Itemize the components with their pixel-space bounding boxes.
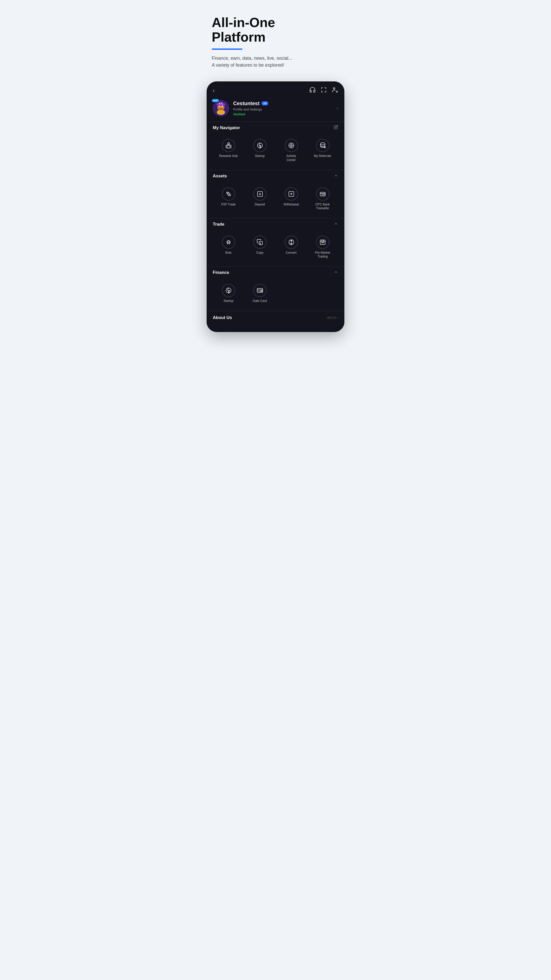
page-container: All-in-OnePlatform Finance, earn, data, … [206,10,345,337]
hero-title: All-in-OnePlatform [212,15,339,45]
svg-rect-37 [257,288,263,292]
premarket-label: Pre-MarketTrading [315,251,330,259]
about-section[interactable]: About Us v6.0.0 › [206,311,345,325]
svg-point-21 [321,143,325,145]
top-icons [309,86,338,94]
hero-underline [212,48,242,50]
profile-section[interactable]: NFT [206,97,345,121]
assets-grid: P2P Trade Deposit [206,182,345,218]
startup-icon [253,139,267,152]
svg-point-6 [219,107,220,107]
navigator-grid: Rewards Hub Startup [206,134,345,170]
nav-item-finance-startup[interactable]: Startup [213,281,244,306]
svg-rect-16 [227,145,230,148]
copy-icon [253,235,267,249]
p2p-trade-label: P2P Trade [221,203,235,207]
hero-subtitle: Finance, earn, data, news, live, social.… [212,55,339,68]
nav-item-withdrawal[interactable]: Withdrawal [275,185,307,213]
nav-item-p2p-trade[interactable]: P2P Trade [213,185,244,213]
svg-text:OTC: OTC [321,194,325,196]
user-transfer-icon[interactable] [332,86,338,94]
assets-title: Assets [213,173,227,179]
nav-item-premarket[interactable]: Pre-MarketTrading [307,233,338,261]
navigator-edit-icon[interactable] [333,125,338,130]
bots-icon [222,235,235,249]
headset-icon[interactable] [309,86,316,94]
svg-point-25 [229,194,230,196]
rewards-hub-label: Rewards Hub [219,154,238,158]
avatar-container: NFT [213,100,229,116]
scan-icon[interactable] [321,86,327,94]
svg-point-0 [333,88,335,89]
profile-level: v5 [262,101,268,105]
nav-item-copy[interactable]: Copy [244,233,275,261]
rewards-hub-icon [222,139,235,152]
profile-username: Cestuntest [233,100,259,107]
finance-startup-label: Startup [224,299,233,303]
finance-header: Finance [206,266,345,279]
deposit-label: Deposit [254,203,265,207]
hero-section: All-in-OnePlatform Finance, earn, data, … [206,10,345,76]
finance-title: Finance [213,270,229,275]
profile-settings-label: Profile and Settings [233,107,333,111]
nft-badge: NFT [212,99,219,102]
trade-title: Trade [213,222,224,227]
svg-rect-35 [320,240,325,244]
withdrawal-icon [285,187,298,200]
nav-item-bots[interactable]: Bots [213,233,244,261]
copy-label: Copy [256,251,263,255]
about-arrow-icon: › [337,316,338,320]
convert-label: Convert [286,251,297,255]
back-button[interactable]: ‹ [213,87,214,94]
svg-point-12 [222,104,223,105]
svg-rect-38 [260,291,262,291]
version-text: v6.0.0 [327,316,336,320]
my-referrals-label: My Referrals [314,154,331,158]
nav-item-gate-card[interactable]: Gate Card [244,281,275,306]
about-right: v6.0.0 › [327,316,338,320]
nav-item-otc-bank[interactable]: OTC OTC BankTransefer [307,185,338,213]
svg-rect-30 [227,241,230,243]
profile-arrow-icon[interactable]: › [337,106,338,111]
svg-rect-15 [226,145,231,148]
assets-toggle-icon[interactable] [333,173,338,179]
deposit-icon [253,187,267,200]
p2p-trade-icon [222,187,235,200]
otc-bank-label: OTC BankTransefer [315,203,330,210]
convert-icon [285,235,298,249]
navigator-header: My Navigator [206,121,345,134]
nav-item-my-referrals[interactable]: My Referrals [307,136,338,165]
bots-label: Bots [225,251,231,255]
nav-item-deposit[interactable]: Deposit [244,185,275,213]
withdrawal-label: Withdrawal [284,203,299,207]
my-referrals-icon [316,139,329,152]
trade-toggle-icon[interactable] [333,221,338,228]
profile-info: Cestuntest v5 Profile and Settings Verif… [233,100,333,116]
nav-item-activity-center[interactable]: ActivityCenter [275,136,307,165]
premarket-icon [316,235,329,249]
svg-point-20 [291,145,292,146]
profile-verified: Verified [233,112,333,116]
activity-center-label: ActivityCenter [286,154,296,162]
startup-label: Startup [255,154,265,158]
trade-grid: Bots Copy [206,231,345,266]
top-bar: ‹ [206,81,345,97]
gate-card-label: Gate Card [253,299,267,303]
svg-point-7 [222,107,223,107]
svg-point-24 [227,192,228,194]
profile-name-row: Cestuntest v5 [233,100,333,107]
nav-item-rewards-hub[interactable]: Rewards Hub [213,136,244,165]
navigator-title: My Navigator [213,125,240,130]
finance-toggle-icon[interactable] [333,270,338,275]
finance-startup-icon [222,284,235,297]
phone-inner: ‹ [206,81,345,332]
activity-center-icon [285,139,298,152]
trade-header: Trade [206,218,345,231]
finance-grid: Startup Gate Card [206,279,345,311]
nav-item-convert[interactable]: Convert [275,233,307,261]
otc-bank-icon: OTC [316,187,329,200]
phone-mockup: ‹ [206,81,345,332]
assets-header: Assets [206,170,345,182]
nav-item-startup[interactable]: Startup [244,136,275,165]
svg-point-31 [227,242,228,242]
